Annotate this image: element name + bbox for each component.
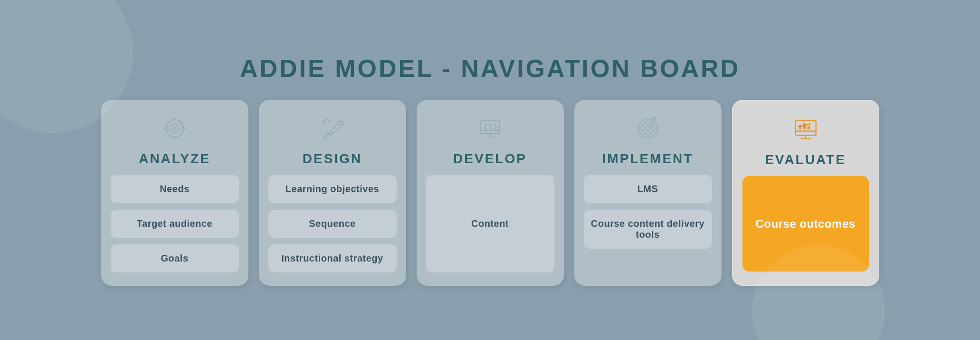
column-analyze: ANALYZE Needs Target audience Goals [101,100,248,286]
analyze-icon [160,113,190,144]
evaluate-icon [790,114,821,145]
svg-point-25 [809,123,811,125]
evaluate-title: EVALUATE [765,152,846,167]
card-sequence[interactable]: Sequence [268,210,397,238]
card-instructional-strategy[interactable]: Instructional strategy [268,244,397,272]
card-target-audience[interactable]: Target audience [111,210,239,238]
card-goals[interactable]: Goals [111,244,239,272]
develop-title: DEVELOP [453,151,527,166]
implement-icon [633,113,663,144]
implement-title: IMPLEMENT [602,151,694,166]
design-title: DESIGN [303,151,362,166]
svg-rect-23 [803,123,805,129]
design-icon [317,113,348,144]
page-title: ADDIE MODEL - NAVIGATION BOARD [240,54,740,83]
develop-icon [475,113,505,144]
card-needs[interactable]: Needs [111,175,239,203]
column-develop: DEVELOP Content [417,100,564,286]
card-course-content-delivery[interactable]: Course content delivery tools [584,210,712,249]
svg-point-2 [173,126,176,130]
svg-point-7 [337,122,341,125]
column-implement: IMPLEMENT LMS Course content delivery to… [574,100,722,286]
analyze-title: ANALYZE [139,151,210,166]
card-lms[interactable]: LMS [584,175,712,203]
column-evaluate: EVALUATE Course outcomes [732,100,879,286]
card-course-outcomes[interactable]: Course outcomes [742,176,869,272]
addie-board: ANALYZE Needs Target audience Goals DESI… [0,100,980,286]
column-design: DESIGN Learning objectives Sequence Inst… [259,100,406,286]
card-learning-objectives[interactable]: Learning objectives [268,175,397,203]
svg-rect-24 [807,126,809,129]
card-content[interactable]: Content [426,175,554,272]
